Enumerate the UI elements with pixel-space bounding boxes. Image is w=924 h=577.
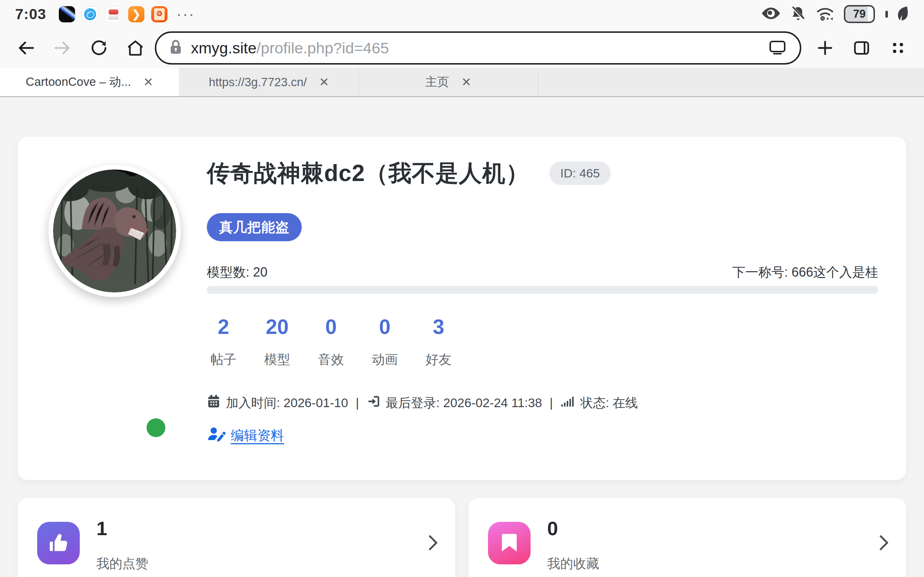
clock: 7:03 bbox=[15, 6, 46, 23]
tab-strip: CartoonCove – 动... ✕ https://3g.7723.cn/… bbox=[0, 68, 924, 97]
meta-separator: | bbox=[550, 396, 553, 410]
dinosaur-avatar-image bbox=[53, 169, 176, 292]
favorites-label: 我的收藏 bbox=[547, 555, 599, 573]
url-domain: xmyg.site bbox=[191, 39, 257, 56]
join-date-label: 加入时间: 2026-01-10 bbox=[226, 395, 348, 411]
close-icon[interactable]: ✕ bbox=[461, 76, 472, 88]
stat-posts[interactable]: 2 帖子 bbox=[207, 316, 240, 369]
stat-label: 帖子 bbox=[207, 351, 240, 369]
stat-value: 2 bbox=[207, 316, 240, 338]
next-title-label: 下一称号: 666这个入是桂 bbox=[732, 264, 878, 281]
profile-name: 传奇战神棘dc2（我不是人机） bbox=[207, 158, 529, 189]
signal-bars-icon bbox=[561, 395, 575, 411]
edit-profile-label: 编辑资料 bbox=[231, 427, 284, 445]
notification-app-icon-2 bbox=[82, 6, 98, 23]
home-button[interactable] bbox=[126, 39, 145, 57]
stat-value: 0 bbox=[368, 316, 401, 338]
profile-card: 传奇战神棘dc2（我不是人机） ID: 465 真几把能盗 模型数: 20 下一… bbox=[18, 137, 906, 480]
stat-models[interactable]: 20 模型 bbox=[261, 316, 294, 369]
notification-app-icon-5: 中 bbox=[151, 6, 168, 23]
stat-sounds[interactable]: 0 音效 bbox=[314, 316, 347, 369]
tab-7723[interactable]: https://3g.7723.cn/ ✕ bbox=[179, 68, 359, 96]
edit-profile-link[interactable]: 编辑资料 bbox=[207, 426, 284, 445]
leaf-icon bbox=[897, 6, 909, 23]
tab-title: 主页 bbox=[425, 74, 449, 90]
forward-button[interactable] bbox=[53, 39, 72, 57]
split-screen-button[interactable] bbox=[852, 39, 871, 57]
online-status-dot bbox=[147, 418, 165, 437]
level-progress-bar bbox=[207, 286, 878, 294]
stat-animations[interactable]: 0 动画 bbox=[368, 316, 401, 369]
avatar bbox=[48, 165, 181, 297]
tab-title: CartoonCove – 动... bbox=[26, 74, 131, 90]
close-icon[interactable]: ✕ bbox=[319, 76, 329, 88]
sign-in-icon bbox=[367, 395, 380, 411]
person-edit-icon bbox=[207, 426, 226, 445]
favorites-count: 0 bbox=[547, 517, 558, 539]
close-icon[interactable]: ✕ bbox=[143, 76, 153, 88]
stat-label: 模型 bbox=[261, 351, 294, 369]
bell-off-icon bbox=[790, 5, 806, 23]
eye-icon bbox=[761, 6, 781, 22]
grid-menu-icon[interactable] bbox=[888, 39, 908, 57]
notification-app-icon-4: ❯ bbox=[128, 6, 144, 23]
reload-button[interactable] bbox=[89, 39, 108, 57]
battery-terminal bbox=[885, 11, 888, 18]
notification-app-icon-3 bbox=[105, 6, 121, 23]
profile-id-badge: ID: 465 bbox=[549, 161, 611, 185]
wifi-icon bbox=[815, 5, 835, 23]
stat-friends[interactable]: 3 好友 bbox=[422, 316, 455, 369]
lock-icon bbox=[168, 39, 183, 57]
url-text: xmyg.site/profile.php?id=465 bbox=[191, 39, 767, 57]
battery-level: 79 bbox=[853, 8, 866, 21]
browser-toolbar: xmyg.site/profile.php?id=465 bbox=[0, 28, 924, 68]
desktop-site-icon[interactable] bbox=[767, 38, 788, 58]
new-tab-button[interactable] bbox=[816, 39, 835, 57]
meta-separator: | bbox=[355, 396, 359, 410]
stat-value: 3 bbox=[422, 316, 455, 338]
chevron-right-icon bbox=[428, 534, 439, 553]
url-bar[interactable]: xmyg.site/profile.php?id=465 bbox=[155, 31, 801, 64]
last-login-label: 最后登录: 2026-02-24 11:38 bbox=[386, 395, 542, 411]
notification-app-icon-1 bbox=[59, 6, 75, 23]
tab-home[interactable]: 主页 ✕ bbox=[359, 68, 538, 96]
notification-overflow-icon: ··· bbox=[176, 10, 195, 18]
stats-row: 2 帖子 20 模型 0 音效 0 动画 3 好友 bbox=[207, 316, 455, 369]
stat-label: 好友 bbox=[422, 351, 455, 369]
url-path: /profile.php?id=465 bbox=[257, 39, 389, 56]
stat-label: 动画 bbox=[368, 351, 401, 369]
status-bar: 7:03 ❯ 中 ··· 79 bbox=[0, 0, 924, 28]
thumbs-up-icon bbox=[37, 522, 80, 564]
calendar-icon bbox=[207, 394, 221, 411]
battery-icon: 79 bbox=[844, 5, 875, 23]
title-badge-button[interactable]: 真几把能盗 bbox=[207, 213, 302, 241]
my-likes-card[interactable]: 1 我的点赞 bbox=[18, 498, 455, 577]
profile-meta-row: 加入时间: 2026-01-10 | 最后登录: 2026-02-24 11:3… bbox=[207, 394, 638, 411]
my-favorites-card[interactable]: 0 我的收藏 bbox=[468, 498, 906, 577]
page-content: 传奇战神棘dc2（我不是人机） ID: 465 真几把能盗 模型数: 20 下一… bbox=[0, 98, 924, 577]
model-count-label: 模型数: 20 bbox=[207, 264, 267, 281]
tab-title: https://3g.7723.cn/ bbox=[208, 76, 307, 89]
online-status-label: 状态: 在线 bbox=[580, 395, 638, 411]
likes-label: 我的点赞 bbox=[96, 555, 149, 573]
stat-value: 0 bbox=[314, 316, 347, 338]
tab-cartooncove[interactable]: CartoonCove – 动... ✕ bbox=[0, 68, 179, 96]
stat-label: 音效 bbox=[314, 351, 347, 369]
back-button[interactable] bbox=[16, 39, 36, 57]
bookmark-icon bbox=[488, 522, 531, 564]
likes-count: 1 bbox=[96, 517, 107, 539]
profile-main: 传奇战神棘dc2（我不是人机） ID: 465 真几把能盗 模型数: 20 下一… bbox=[207, 137, 878, 480]
stat-value: 20 bbox=[261, 316, 294, 338]
chevron-right-icon bbox=[879, 534, 889, 553]
